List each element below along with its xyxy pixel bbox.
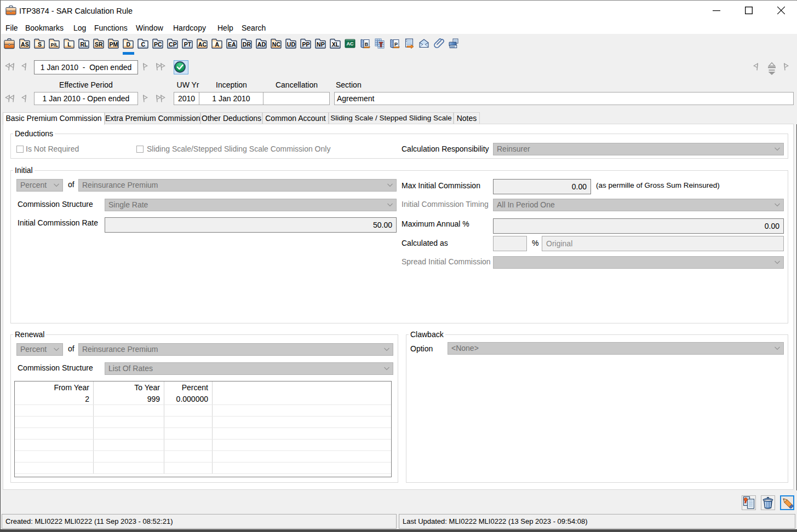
svg-text:AC: AC xyxy=(198,41,207,48)
svg-text:NC: NC xyxy=(272,41,281,48)
svg-text:AC: AC xyxy=(347,41,354,47)
svg-text:C: C xyxy=(141,41,146,48)
svg-text:L: L xyxy=(67,41,71,48)
svg-text:S: S xyxy=(38,41,42,48)
svg-text:PM: PM xyxy=(110,41,118,48)
svg-text:XL: XL xyxy=(332,41,340,48)
svg-text:AD: AD xyxy=(257,41,266,48)
svg-text:B: B xyxy=(365,42,369,47)
svg-text:AS: AS xyxy=(21,41,29,48)
svg-text:D: D xyxy=(127,41,131,48)
svg-text:RL: RL xyxy=(80,41,88,48)
svg-text:P/L: P/L xyxy=(51,42,58,48)
svg-text:A: A xyxy=(215,41,220,48)
svg-text:PT: PT xyxy=(184,41,192,48)
svg-text:EA: EA xyxy=(228,41,236,48)
svg-text:NP: NP xyxy=(317,41,325,48)
svg-text:DR: DR xyxy=(243,41,251,48)
svg-text:PC: PC xyxy=(154,41,162,48)
svg-text:UD: UD xyxy=(287,41,296,48)
svg-text:SR: SR xyxy=(95,41,103,48)
svg-text:CP: CP xyxy=(169,41,177,48)
svg-text:P: P xyxy=(394,42,398,47)
svg-text:PP: PP xyxy=(302,41,309,48)
